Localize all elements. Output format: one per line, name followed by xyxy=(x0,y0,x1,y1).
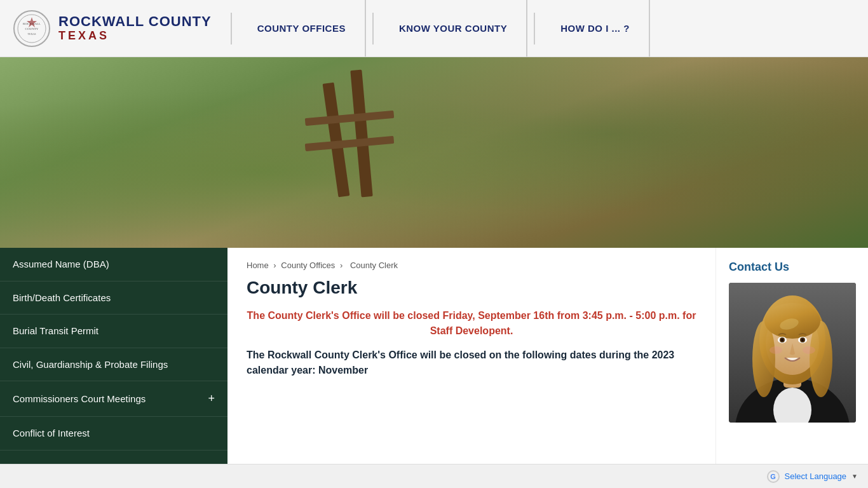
nav-divider-3 xyxy=(534,13,535,44)
sidebar-item-birth-death[interactable]: Birth/Death Certificates xyxy=(0,281,227,315)
sidebar-item-civil-guardianship[interactable]: Civil, Guardianship & Probate Filings xyxy=(0,348,227,382)
svg-point-25 xyxy=(803,346,815,354)
contact-sidebar: Contact Us xyxy=(715,248,868,488)
breadcrumb-sep-2: › xyxy=(340,261,342,270)
breadcrumb: Home › County Offices › County Clerk xyxy=(247,261,696,270)
breadcrumb-sep-1: › xyxy=(273,261,276,270)
nav-how-do-i[interactable]: HOW DO I ... ? xyxy=(541,0,650,57)
nav-divider-1 xyxy=(231,13,232,44)
nav-know-your-county[interactable]: KNOW YOUR COUNTY xyxy=(380,0,527,57)
nav-county-offices[interactable]: COUNTY OFFICES xyxy=(238,0,366,57)
sidebar-item-label: Burial Transit Permit xyxy=(13,325,98,337)
logo-rockwall-county: ROCKWALL COUNTY xyxy=(58,14,212,29)
main-content: Home › County Offices › County Clerk Cou… xyxy=(227,248,715,488)
sidebar-item-label: Civil, Guardianship & Probate Filings xyxy=(13,358,168,371)
language-dropdown-arrow[interactable]: ▼ xyxy=(851,473,858,480)
hero-banner xyxy=(0,57,868,248)
nav-divider-2 xyxy=(372,13,374,44)
select-language[interactable]: Select Language xyxy=(785,471,847,481)
svg-point-20 xyxy=(781,339,783,341)
logo-area: ROCKWALL COUNTY TEXAS ROCKWALL COUNTY TE… xyxy=(0,10,224,48)
page-title: County Clerk xyxy=(247,278,696,298)
sidebar: Assumed Name (DBA) Birth/Death Certifica… xyxy=(0,248,227,488)
google-icon: G xyxy=(767,470,780,483)
contact-photo xyxy=(729,283,856,423)
breadcrumb-home[interactable]: Home xyxy=(247,261,269,270)
sidebar-item-conflict-of-interest[interactable]: Conflict of Interest xyxy=(0,417,227,451)
breadcrumb-county-offices[interactable]: County Offices xyxy=(281,261,335,270)
page-wrapper: ROCKWALL COUNTY TEXAS ROCKWALL COUNTY TE… xyxy=(0,0,868,488)
hero-background xyxy=(0,57,868,248)
content-wrapper: Assumed Name (DBA) Birth/Death Certifica… xyxy=(0,248,868,488)
logo-texas: TEXAS xyxy=(58,29,212,43)
svg-text:COUNTY: COUNTY xyxy=(25,27,39,30)
sidebar-item-label: Commissioners Court Meetings xyxy=(13,393,146,405)
sidebar-item-label: Birth/Death Certificates xyxy=(13,292,111,304)
alert-text: The County Clerk's Office will be closed… xyxy=(247,308,696,339)
sidebar-item-label: Conflict of Interest xyxy=(13,427,90,440)
footer-bar: G Select Language ▼ xyxy=(0,464,868,488)
county-seal: ROCKWALL COUNTY TEXAS xyxy=(13,10,51,48)
main-nav: COUNTY OFFICES KNOW YOUR COUNTY HOW DO I… xyxy=(238,0,868,57)
sidebar-item-label: Assumed Name (DBA) xyxy=(13,258,109,271)
sidebar-item-burial-transit[interactable]: Burial Transit Permit xyxy=(0,315,227,348)
contact-portrait xyxy=(729,283,856,423)
logo-text: ROCKWALL COUNTY TEXAS xyxy=(58,14,212,43)
site-header: ROCKWALL COUNTY TEXAS ROCKWALL COUNTY TE… xyxy=(0,0,868,57)
breadcrumb-current: County Clerk xyxy=(350,261,398,270)
contact-title: Contact Us xyxy=(729,261,855,274)
svg-point-24 xyxy=(770,346,782,354)
svg-point-23 xyxy=(801,339,804,341)
sidebar-item-assumed-name[interactable]: Assumed Name (DBA) xyxy=(0,248,227,281)
plus-icon: + xyxy=(208,391,215,406)
svg-text:TEXAS: TEXAS xyxy=(28,32,36,36)
sidebar-item-commissioners-court[interactable]: Commissioners Court Meetings + xyxy=(0,381,227,417)
body-text: The Rockwall County Clerk's Office will … xyxy=(247,348,696,378)
